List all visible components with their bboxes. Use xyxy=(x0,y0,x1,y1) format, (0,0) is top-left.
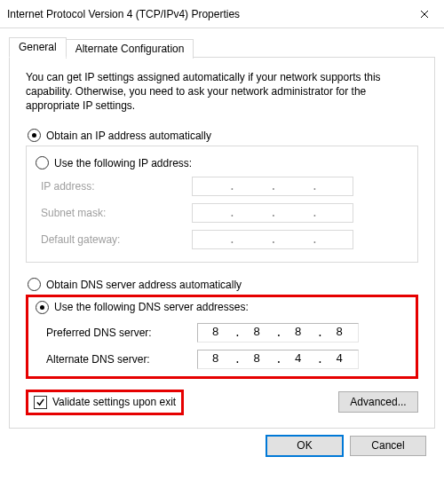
radio-ip-manual-row[interactable]: Use the following IP address: xyxy=(27,154,417,173)
ip-address-label: IP address: xyxy=(41,180,192,193)
radio-dns-auto-label: Obtain DNS server address automatically xyxy=(46,279,242,291)
validate-label: Validate settings upon exit xyxy=(52,396,176,408)
radio-dns-manual[interactable] xyxy=(36,301,49,314)
tab-alternate[interactable]: Alternate Configuration xyxy=(66,39,194,59)
ip-address-field: ... xyxy=(192,177,353,196)
preferred-dns-label: Preferred DNS server: xyxy=(46,327,197,339)
validate-highlight-box: Validate settings upon exit xyxy=(26,390,184,415)
radio-ip-auto[interactable] xyxy=(28,129,41,142)
close-button[interactable] xyxy=(404,1,444,28)
radio-dns-manual-label: Use the following DNS server addresses: xyxy=(54,301,249,313)
alternate-dns-field[interactable]: 8. 8. 4. 4 xyxy=(197,350,359,369)
advanced-button[interactable]: Advanced... xyxy=(338,391,418,413)
window-title: Internet Protocol Version 4 (TCP/IPv4) P… xyxy=(0,8,404,20)
radio-dns-auto-row[interactable]: Obtain DNS server address automatically xyxy=(26,275,418,295)
radio-dns-manual-row[interactable]: Use the following DNS server addresses: xyxy=(34,301,412,314)
radio-ip-auto-label: Obtain an IP address automatically xyxy=(46,130,211,142)
intro-text: You can get IP settings assigned automat… xyxy=(26,70,418,114)
default-gateway-label: Default gateway: xyxy=(41,233,192,246)
tab-strip: General Alternate Configuration xyxy=(9,37,435,58)
subnet-mask-label: Subnet mask: xyxy=(41,207,192,219)
subnet-mask-field: ... xyxy=(192,203,353,223)
close-icon xyxy=(420,10,429,19)
dialog-footer: OK Cancel xyxy=(9,429,435,456)
tab-general[interactable]: General xyxy=(9,37,67,58)
radio-ip-auto-row[interactable]: Obtain an IP address automatically xyxy=(26,126,418,146)
tab-panel-general: You can get IP settings assigned automat… xyxy=(9,57,435,429)
radio-dns-auto[interactable] xyxy=(28,278,41,291)
cancel-button[interactable]: Cancel xyxy=(350,436,426,456)
radio-ip-manual-label: Use the following IP address: xyxy=(54,157,192,169)
checkmark-icon xyxy=(36,398,45,407)
title-bar: Internet Protocol Version 4 (TCP/IPv4) P… xyxy=(0,0,444,28)
alternate-dns-label: Alternate DNS server: xyxy=(46,353,197,366)
dns-highlight-box: Use the following DNS server addresses: … xyxy=(26,295,418,379)
ok-button[interactable]: OK xyxy=(266,436,343,456)
radio-ip-manual[interactable] xyxy=(36,156,49,169)
default-gateway-field: ... xyxy=(192,230,353,249)
preferred-dns-field[interactable]: 8. 8. 8. 8 xyxy=(197,323,359,343)
ip-manual-group: Use the following IP address: IP address… xyxy=(26,146,418,263)
validate-checkbox[interactable] xyxy=(34,396,47,409)
